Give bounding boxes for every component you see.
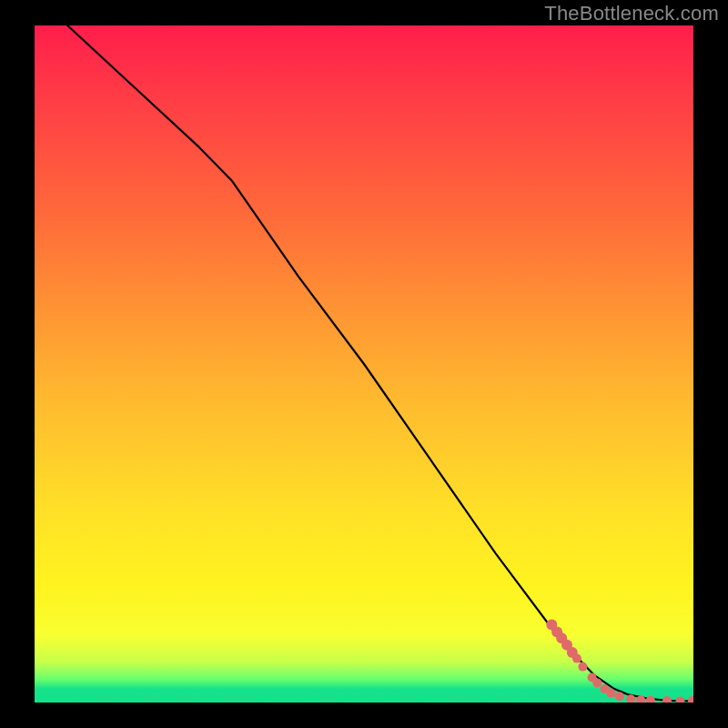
marker-5 [572, 654, 581, 663]
marker-16 [676, 696, 685, 703]
marker-11 [615, 692, 624, 701]
curve-group [67, 25, 693, 702]
marker-17 [688, 696, 693, 703]
marker-10 [607, 689, 616, 698]
plot-area [35, 25, 693, 703]
marker-15 [662, 696, 672, 703]
chart-frame: TheBottleneck.com [0, 0, 728, 728]
curve-path [67, 25, 693, 702]
marker-14 [646, 696, 655, 703]
markers-group [546, 619, 693, 703]
marker-8 [592, 678, 602, 687]
chart-svg [35, 25, 693, 703]
watermark-label: TheBottleneck.com [544, 2, 719, 25]
marker-6 [578, 662, 587, 672]
